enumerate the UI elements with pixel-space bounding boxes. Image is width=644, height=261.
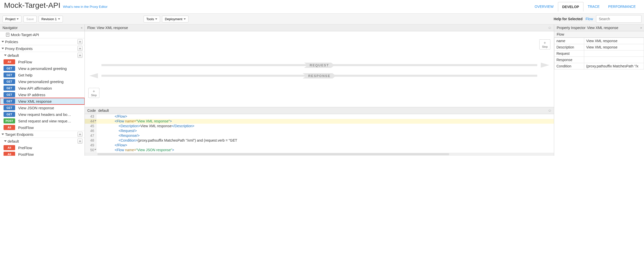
method-badge: GET: [4, 79, 15, 84]
method-badge: POST: [4, 118, 15, 123]
flow-item[interactable]: POSTSend request and view reque…: [0, 118, 85, 124]
code-line[interactable]: </Flow>: [96, 114, 554, 119]
property-value[interactable]: [584, 50, 644, 57]
code-line[interactable]: </Flow>: [96, 143, 554, 148]
caret-down-icon: [155, 18, 157, 20]
flow-item[interactable]: GETView IP address: [0, 91, 85, 98]
add-target-flow-button[interactable]: +: [77, 139, 83, 144]
tab-develop[interactable]: DEVELOP: [558, 2, 583, 12]
project-dropdown[interactable]: Project: [3, 16, 21, 22]
flow-item[interactable]: AllPreFlow: [0, 144, 85, 151]
collapse-vertical-icon[interactable]: ︿﹀: [548, 109, 551, 113]
flow-label: View a personalized greeting: [18, 66, 67, 71]
header-tabs: OVERVIEWDEVELOPTRACEPERFORMANCE: [530, 2, 640, 11]
flow-label: View IP address: [18, 93, 45, 97]
flow-label: View API affirmation: [18, 86, 52, 90]
flow-label: View JSON response: [18, 106, 54, 110]
tools-dropdown[interactable]: Tools: [144, 16, 160, 22]
code-line[interactable]: <Description>View JSON response</Descrip…: [96, 152, 554, 153]
property-label: Request: [554, 50, 584, 57]
property-label: Condition: [554, 63, 584, 69]
flow-item[interactable]: GETView API affirmation: [0, 85, 85, 91]
revision-dropdown[interactable]: Revision 1: [39, 16, 63, 22]
flow-item[interactable]: GETView JSON response: [0, 105, 85, 111]
add-proxy-endpoint-button[interactable]: +: [77, 46, 83, 51]
project-label: Project: [5, 17, 15, 21]
line-number: 45: [85, 124, 96, 128]
tab-performance[interactable]: PERFORMANCE: [604, 2, 640, 11]
add-response-step-button[interactable]: + Step: [88, 88, 99, 98]
document-icon: [6, 33, 9, 37]
add-target-endpoint-button[interactable]: +: [77, 132, 83, 137]
property-row: Condition(proxy.pathsuffix MatchesPath "…: [554, 63, 644, 69]
code-line[interactable]: <Description>View XML response</Descript…: [96, 124, 554, 128]
method-badge: GET: [4, 112, 15, 117]
property-value[interactable]: View XML response: [584, 38, 644, 44]
flow-item[interactable]: GETView XML response: [0, 98, 85, 105]
triangle-down-icon: [4, 140, 7, 142]
horizontal-scrollbar[interactable]: [85, 153, 554, 156]
help-label: Help for Selected: [554, 17, 582, 21]
add-flow-button[interactable]: +: [77, 53, 83, 58]
policies-section[interactable]: Policies +: [0, 38, 85, 45]
collapse-icon[interactable]: «: [81, 26, 82, 30]
save-button[interactable]: Save: [23, 16, 37, 22]
flow-item[interactable]: GETView personalized greeting: [0, 78, 85, 85]
target-default-endpoint[interactable]: default +: [0, 138, 85, 144]
default-label: default: [8, 139, 19, 143]
property-value[interactable]: View XML response: [584, 44, 644, 50]
code-line[interactable]: <Response/>: [96, 133, 554, 138]
line-number: 51: [85, 152, 96, 153]
flow-item[interactable]: AllPostFlow: [0, 124, 85, 131]
proxy-default-endpoint[interactable]: default +: [0, 52, 85, 59]
whats-new-link[interactable]: What's new in the Proxy Editor: [63, 5, 108, 9]
target-endpoints-label: Target Endpoints: [5, 132, 34, 137]
flow-item[interactable]: GETGet help: [0, 72, 85, 78]
target-endpoints-section[interactable]: Target Endpoints +: [0, 131, 85, 138]
line-number: 43: [85, 114, 96, 119]
property-value[interactable]: [584, 57, 644, 63]
proxy-root-item[interactable]: Mock-Target-API: [0, 31, 85, 38]
method-badge: GET: [4, 92, 15, 97]
tab-overview[interactable]: OVERVIEW: [530, 2, 558, 11]
caret-down-icon: [184, 18, 186, 20]
add-policy-button[interactable]: +: [77, 39, 83, 44]
triangle-down-icon: [2, 41, 4, 42]
method-badge: All: [4, 125, 15, 130]
code-label: Code: [87, 109, 96, 113]
flow-canvas: + Step REQUEST RESPONSE + Step: [85, 31, 554, 107]
code-line[interactable]: <Condition>(proxy.pathsuffix MatchesPath…: [96, 138, 554, 143]
code-line[interactable]: <Request/>: [96, 128, 554, 133]
flow-label: View request headers and bo…: [18, 112, 71, 117]
line-number: 44: [85, 119, 96, 124]
caret-down-icon: [17, 18, 19, 20]
property-value[interactable]: (proxy.pathsuffix MatchesPath "/x: [584, 63, 644, 69]
flow-label: PreFlow: [18, 60, 32, 64]
method-badge: GET: [4, 99, 15, 104]
flow-title: Flow: View XML response: [87, 26, 128, 30]
plus-icon: +: [93, 89, 95, 94]
triangle-down-icon: [2, 48, 4, 49]
search-input[interactable]: [596, 15, 641, 23]
code-line[interactable]: <Flow name="View XML response">: [96, 119, 554, 124]
deployment-dropdown[interactable]: Deployment: [162, 16, 188, 22]
line-number: 50: [85, 148, 96, 152]
flow-item[interactable]: GETView request headers and bo…: [0, 111, 85, 118]
help-flow-link[interactable]: Flow: [585, 17, 593, 21]
code-editor[interactable]: 43 </Flow>44 <Flow name="View XML respon…: [85, 114, 554, 153]
property-row: Request: [554, 50, 644, 57]
flow-item[interactable]: AllPreFlow: [0, 59, 85, 65]
triangle-down-icon: [2, 134, 4, 135]
add-request-step-button[interactable]: + Step: [539, 39, 550, 49]
step-label: Step: [91, 94, 97, 97]
flow-label: PreFlow: [18, 146, 32, 150]
proxy-endpoints-section[interactable]: Proxy Endpoints +: [0, 45, 85, 52]
collapse-vertical-icon[interactable]: ︿﹀: [548, 26, 551, 30]
flow-item[interactable]: GETView a personalized greeting: [0, 65, 85, 72]
property-label: Response: [554, 57, 584, 63]
expand-icon[interactable]: »: [640, 26, 641, 30]
code-line[interactable]: <Flow name="View JSON response">: [96, 148, 554, 152]
proxy-endpoints-label: Proxy Endpoints: [5, 46, 33, 51]
tab-trace[interactable]: TRACE: [583, 2, 604, 11]
flow-item[interactable]: AllPostFlow: [0, 151, 85, 156]
